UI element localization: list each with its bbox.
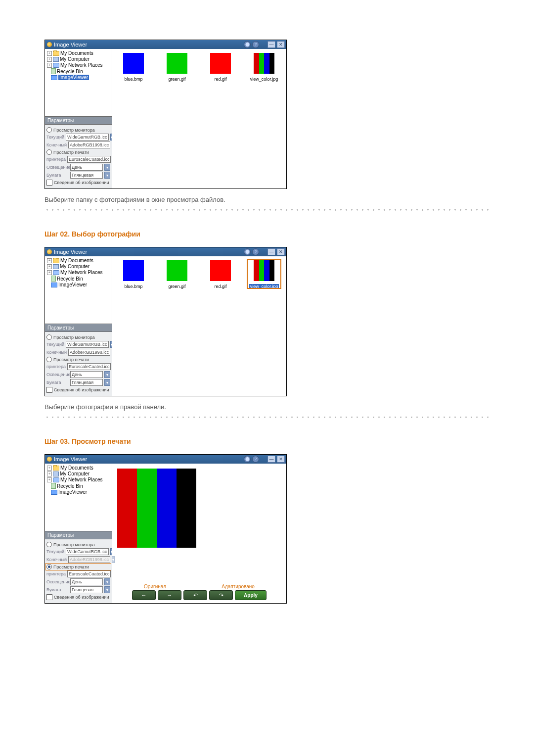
- tree-item-label[interactable]: Recycle Bin: [57, 276, 83, 282]
- monitor-radio[interactable]: [46, 334, 52, 340]
- tree-item-label[interactable]: ImageViewer: [58, 489, 87, 495]
- chevron-down-icon[interactable]: ▾: [104, 164, 110, 171]
- current-label: Текущий: [46, 342, 64, 347]
- tree-item-label[interactable]: My Documents: [60, 50, 93, 56]
- minimize-button[interactable]: —: [267, 41, 275, 48]
- help-icon[interactable]: ⬤: [244, 41, 251, 48]
- thumbnail-pane[interactable]: blue.bmp green.gif red.gif view_color.jp…: [112, 256, 286, 396]
- thumbnail-green[interactable]: green.gif: [160, 52, 194, 82]
- tree-item-label[interactable]: ImageViewer: [58, 282, 87, 287]
- expand-icon[interactable]: +: [47, 264, 52, 269]
- arrow-left-icon: ←: [141, 592, 147, 598]
- tree-item-label[interactable]: My Documents: [60, 258, 93, 263]
- folder-tree[interactable]: +My Documents +My Computer +My Network P…: [45, 464, 112, 531]
- folder-icon: [53, 51, 59, 56]
- print-radio[interactable]: [46, 149, 52, 155]
- paper-select[interactable]: Глянцевая: [70, 586, 103, 593]
- current-profile-select[interactable]: WideGamutRGB.icc: [66, 548, 109, 555]
- expand-icon[interactable]: +: [47, 472, 52, 476]
- minimize-button[interactable]: —: [267, 248, 275, 255]
- final-profile-select-disabled: AdobeRGB1998.icc: [68, 556, 110, 563]
- light-select[interactable]: День: [70, 578, 103, 585]
- tree-item-label[interactable]: My Network Places: [60, 270, 103, 275]
- info-icon[interactable]: ?: [252, 41, 259, 48]
- monitor-radio[interactable]: [46, 127, 52, 133]
- folder-icon: [51, 490, 57, 495]
- current-profile-select[interactable]: WideGamutRGB.icc: [66, 134, 109, 141]
- help-icon[interactable]: ⬤: [244, 248, 251, 255]
- final-profile-select[interactable]: AdobeRGB1998.icc: [68, 142, 110, 148]
- thumbnail-blue[interactable]: blue.bmp: [116, 259, 151, 289]
- thumbnail-green[interactable]: green.gif: [160, 259, 194, 289]
- close-button[interactable]: ✕: [277, 248, 285, 255]
- expand-icon[interactable]: +: [47, 477, 52, 482]
- image-info-checkbox[interactable]: [46, 180, 52, 186]
- thumbnail-blue[interactable]: blue.bmp: [116, 52, 151, 82]
- expand-icon[interactable]: +: [47, 258, 52, 263]
- tree-item-label[interactable]: My Network Places: [60, 477, 103, 482]
- expand-icon[interactable]: +: [47, 63, 52, 68]
- tree-item-label[interactable]: My Documents: [60, 465, 93, 471]
- titlebar[interactable]: Image Viewer ⬤ ? — ✕: [45, 455, 286, 464]
- chevron-down-icon[interactable]: ▾: [104, 578, 110, 585]
- paper-select[interactable]: Глянцевая: [70, 379, 103, 386]
- chevron-down-icon[interactable]: ▾: [104, 172, 110, 179]
- expand-icon[interactable]: +: [47, 51, 52, 56]
- info-icon[interactable]: ?: [252, 248, 259, 255]
- monitor-radio[interactable]: [46, 542, 52, 547]
- divider: [44, 416, 490, 419]
- chevron-down-icon[interactable]: ▾: [104, 586, 110, 593]
- tree-item-label[interactable]: My Computer: [60, 56, 89, 62]
- preview-image: [117, 469, 196, 548]
- redo-button[interactable]: ↷: [209, 590, 233, 600]
- undo-button[interactable]: ↶: [183, 590, 207, 600]
- expand-icon[interactable]: +: [47, 270, 52, 275]
- current-profile-select[interactable]: WideGamutRGB.icc: [66, 341, 109, 348]
- tree-item-label[interactable]: Recycle Bin: [57, 483, 83, 489]
- tree-item-label[interactable]: My Computer: [60, 264, 89, 269]
- apply-label: Apply: [244, 593, 258, 598]
- printer-profile-select[interactable]: EuroscaleCoated.icc: [67, 363, 111, 370]
- image-viewer-window-2: Image Viewer ⬤ ? — ✕ +My Documents +My C…: [44, 247, 287, 396]
- apply-button[interactable]: Apply: [235, 590, 267, 600]
- minimize-button[interactable]: —: [267, 456, 275, 463]
- paper-select[interactable]: Глянцевая: [70, 172, 103, 179]
- help-icon[interactable]: ⬤: [244, 456, 251, 463]
- tree-item-label[interactable]: My Computer: [60, 471, 89, 476]
- thumbnail-pane[interactable]: blue.bmp green.gif red.gif view_color.jp…: [112, 49, 286, 189]
- light-select[interactable]: День: [70, 371, 103, 378]
- info-icon[interactable]: ?: [252, 456, 259, 463]
- thumbnail-label: green.gif: [168, 284, 185, 289]
- tree-item-selected[interactable]: ImageViewer: [58, 75, 89, 80]
- light-select[interactable]: День: [70, 164, 103, 171]
- expand-icon[interactable]: +: [47, 466, 52, 471]
- preview-pane: Оригинал Адаптировано ← → ↶ ↷ Apply: [112, 464, 286, 603]
- folder-tree[interactable]: +My Documents +My Computer +My Network P…: [45, 49, 112, 116]
- print-radio[interactable]: [46, 357, 52, 362]
- tree-item-label[interactable]: Recycle Bin: [57, 69, 83, 74]
- printer-profile-select[interactable]: EuroscaleCoated.icc: [67, 156, 111, 163]
- thumbnail-viewcolor-selected[interactable]: view_color.jpg: [247, 259, 281, 289]
- expand-icon[interactable]: +: [47, 57, 52, 62]
- thumbnail-red[interactable]: red.gif: [203, 52, 238, 82]
- image-info-checkbox[interactable]: [46, 387, 52, 393]
- printer-profile-select[interactable]: EuroscaleCoated.icc: [67, 570, 111, 577]
- next-button[interactable]: →: [158, 590, 181, 600]
- final-profile-select[interactable]: AdobeRGB1998.icc: [68, 349, 110, 356]
- prev-button[interactable]: ←: [132, 590, 156, 600]
- chevron-down-icon[interactable]: ▾: [104, 379, 110, 386]
- monitor-radio-label: Просмотр монитора: [53, 335, 95, 340]
- tree-item-label[interactable]: My Network Places: [60, 62, 103, 68]
- titlebar[interactable]: Image Viewer ⬤ ? — ✕: [45, 247, 286, 256]
- chevron-down-icon[interactable]: ▾: [104, 371, 110, 378]
- params-header: Параметры: [45, 531, 112, 539]
- folder-icon: [51, 75, 57, 80]
- print-radio-selected[interactable]: [46, 564, 52, 569]
- thumbnail-red[interactable]: red.gif: [203, 259, 238, 289]
- close-button[interactable]: ✕: [277, 41, 285, 48]
- folder-tree[interactable]: +My Documents +My Computer +My Network P…: [45, 256, 112, 324]
- thumbnail-viewcolor[interactable]: view_color.jpg: [247, 52, 281, 82]
- close-button[interactable]: ✕: [277, 456, 285, 463]
- image-info-checkbox[interactable]: [46, 594, 52, 600]
- titlebar[interactable]: Image Viewer ⬤ ? — ✕: [45, 40, 286, 49]
